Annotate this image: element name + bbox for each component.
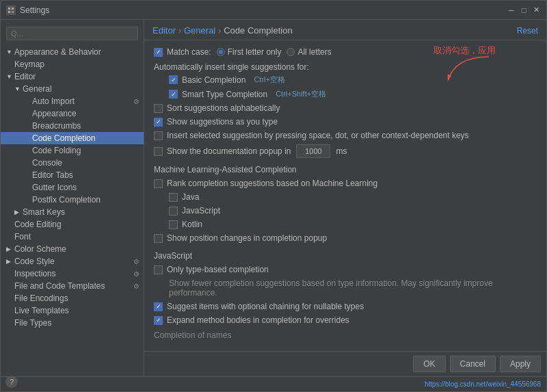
- sidebar-icon-inspections: ⚙: [133, 270, 139, 278]
- sort-alpha-label: Sort suggestions alphabetically: [167, 103, 280, 113]
- sidebar-label-code-folding: Code Folding: [32, 146, 81, 155]
- ml-position-checkbox[interactable]: [154, 234, 163, 243]
- js-nullable-row: Suggest items with optional chaining for…: [154, 302, 537, 311]
- sidebar-label-code-completion: Code Completion: [32, 133, 96, 143]
- sidebar-arrow-general: ▼: [14, 86, 23, 92]
- show-doc-popup-checkbox[interactable]: [154, 147, 163, 156]
- ml-rank-checkbox[interactable]: [154, 179, 163, 188]
- popup-delay-input[interactable]: [296, 144, 330, 158]
- ml-kotlin-checkbox[interactable]: [169, 220, 178, 229]
- sidebar-label-color-scheme: Color Scheme: [14, 244, 66, 254]
- js-nullable-wrap[interactable]: Suggest items with optional chaining for…: [154, 302, 364, 311]
- sidebar-label-gutter-icons: Gutter Icons: [32, 183, 77, 192]
- sidebar-label-code-editing: Code Editing: [14, 220, 62, 229]
- basic-completion-checkbox[interactable]: [169, 75, 178, 84]
- show-as-you-type-wrap[interactable]: Show suggestions as you type: [154, 117, 278, 127]
- sidebar-item-general[interactable]: ▼ General: [1, 83, 144, 95]
- sidebar-item-editor[interactable]: ▼ Editor: [1, 70, 144, 83]
- sidebar-item-auto-import[interactable]: Auto Import⚙: [1, 95, 144, 107]
- all-letters-radio-wrap[interactable]: All letters: [286, 47, 331, 57]
- sidebar-item-file-types[interactable]: File Types: [1, 317, 144, 329]
- js-expand-method-checkbox[interactable]: [154, 316, 163, 325]
- sidebar-icon-code-style: ⚙: [133, 258, 139, 265]
- sidebar-item-file-encodings[interactable]: File Encodings: [1, 292, 144, 304]
- ml-rank-wrap[interactable]: Rank completion suggestions based on Mac…: [154, 179, 377, 188]
- breadcrumb: Editor › General › Code Completion: [152, 25, 293, 36]
- sidebar-item-code-completion[interactable]: Code Completion: [1, 132, 144, 144]
- ml-java-label: Java: [182, 192, 199, 202]
- ml-kotlin-wrap[interactable]: Kotlin: [169, 220, 202, 229]
- sidebar-item-code-editing[interactable]: Code Editing: [1, 218, 144, 231]
- settings-window: Settings ─ □ ✕ ▼ Appearance & BehaviorKe…: [0, 0, 547, 392]
- js-type-based-wrap[interactable]: Only type-based completion: [154, 265, 269, 274]
- sidebar-item-inspections[interactable]: Inspections⚙: [1, 267, 144, 280]
- ml-position-wrap[interactable]: Show position changes in completion popu…: [154, 233, 327, 243]
- show-as-you-type-checkbox[interactable]: [154, 118, 163, 127]
- svg-rect-3: [8, 11, 10, 13]
- sidebar-item-appearance[interactable]: Appearance: [1, 107, 144, 120]
- js-nullable-checkbox[interactable]: [154, 302, 163, 311]
- sidebar-items-container: ▼ Appearance & BehaviorKeymap▼ Editor▼ G…: [1, 46, 144, 329]
- reset-link[interactable]: Reset: [517, 26, 538, 36]
- show-as-you-type-label: Show suggestions as you type: [167, 117, 278, 127]
- main-panel: Editor › General › Code Completion Reset…: [144, 20, 546, 376]
- all-letters-radio[interactable]: [286, 48, 295, 56]
- insert-by-space-wrap[interactable]: Insert selected suggestion by pressing s…: [154, 131, 469, 140]
- sidebar-label-file-types: File Types: [14, 318, 51, 328]
- sidebar-item-font[interactable]: Font: [1, 231, 144, 243]
- smart-type-wrap[interactable]: Smart Type Completion: [169, 90, 267, 99]
- sidebar-item-code-style[interactable]: ▶ Code Style⚙: [1, 255, 144, 267]
- insert-by-space-checkbox[interactable]: [154, 131, 163, 140]
- cancel-button[interactable]: Cancel: [450, 356, 496, 372]
- sidebar: ▼ Appearance & BehaviorKeymap▼ Editor▼ G…: [1, 20, 144, 376]
- show-doc-popup-wrap[interactable]: Show the documentation popup in: [154, 146, 291, 156]
- match-case-checkbox-wrap[interactable]: Match case:: [154, 47, 211, 57]
- close-button[interactable]: ✕: [531, 5, 541, 15]
- sidebar-icon-auto-import: ⚙: [133, 98, 139, 105]
- basic-completion-wrap[interactable]: Basic Completion: [169, 75, 245, 85]
- sidebar-item-console[interactable]: Console: [1, 157, 144, 169]
- sidebar-item-color-scheme[interactable]: ▶ Color Scheme: [1, 243, 144, 255]
- ml-js-wrap[interactable]: JavaScript: [169, 206, 220, 215]
- ml-java-wrap[interactable]: Java: [169, 192, 199, 202]
- js-expand-method-wrap[interactable]: Expand method bodies in completion for o…: [154, 315, 349, 325]
- sort-alpha-checkbox[interactable]: [154, 104, 163, 113]
- maximize-button[interactable]: □: [519, 5, 529, 15]
- sidebar-item-appearance-behavior[interactable]: ▼ Appearance & Behavior: [1, 46, 144, 58]
- sidebar-item-editor-tabs[interactable]: Editor Tabs: [1, 169, 144, 181]
- sidebar-item-gutter-icons[interactable]: Gutter Icons: [1, 181, 144, 194]
- sidebar-item-breadcrumbs[interactable]: Breadcrumbs: [1, 120, 144, 132]
- first-letter-radio-wrap[interactable]: First letter only: [217, 47, 282, 57]
- match-case-row: Match case: First letter only All letter…: [154, 47, 537, 57]
- sidebar-item-file-code-templates[interactable]: File and Code Templates⚙: [1, 280, 144, 292]
- js-type-based-checkbox[interactable]: [154, 265, 163, 274]
- title-bar: Settings ─ □ ✕: [1, 1, 546, 20]
- sidebar-label-appearance-behavior: Appearance & Behavior: [14, 47, 101, 57]
- apply-button[interactable]: Apply: [500, 356, 541, 372]
- minimize-button[interactable]: ─: [507, 5, 516, 15]
- sidebar-item-keymap[interactable]: Keymap: [1, 58, 144, 70]
- bottom-link[interactable]: https://blog.csdn.net/weixin_44556968: [425, 380, 541, 388]
- sidebar-label-keymap: Keymap: [14, 60, 44, 69]
- ml-js-checkbox[interactable]: [169, 207, 178, 215]
- sidebar-item-code-folding[interactable]: Code Folding: [1, 144, 144, 157]
- match-case-checkbox[interactable]: [154, 48, 163, 57]
- sidebar-item-live-templates[interactable]: Live Templates: [1, 304, 144, 317]
- search-input[interactable]: [6, 27, 138, 40]
- sidebar-item-smart-keys[interactable]: ▶ Smart Keys: [1, 206, 144, 218]
- js-type-based-desc-text: Show fewer completion suggestions based …: [169, 278, 493, 298]
- ok-button[interactable]: OK: [413, 356, 445, 372]
- smart-type-checkbox[interactable]: [169, 90, 178, 99]
- smart-type-label: Smart Type Completion: [182, 90, 267, 99]
- sort-alpha-row: Sort suggestions alphabetically: [154, 103, 537, 113]
- window-controls: ─ □ ✕: [507, 5, 541, 15]
- smart-type-shortcut: Ctrl+Shift+空格: [276, 89, 326, 99]
- first-letter-radio[interactable]: [217, 48, 225, 56]
- js-type-based-row: Only type-based completion: [154, 265, 537, 274]
- ml-java-checkbox[interactable]: [169, 193, 178, 202]
- sidebar-label-file-encodings: File Encodings: [14, 293, 68, 303]
- sidebar-label-font: Font: [14, 232, 31, 241]
- sort-alpha-wrap[interactable]: Sort suggestions alphabetically: [154, 103, 280, 113]
- sidebar-label-smart-keys: Smart Keys: [23, 207, 65, 217]
- sidebar-item-postfix-completion[interactable]: Postfix Completion: [1, 194, 144, 206]
